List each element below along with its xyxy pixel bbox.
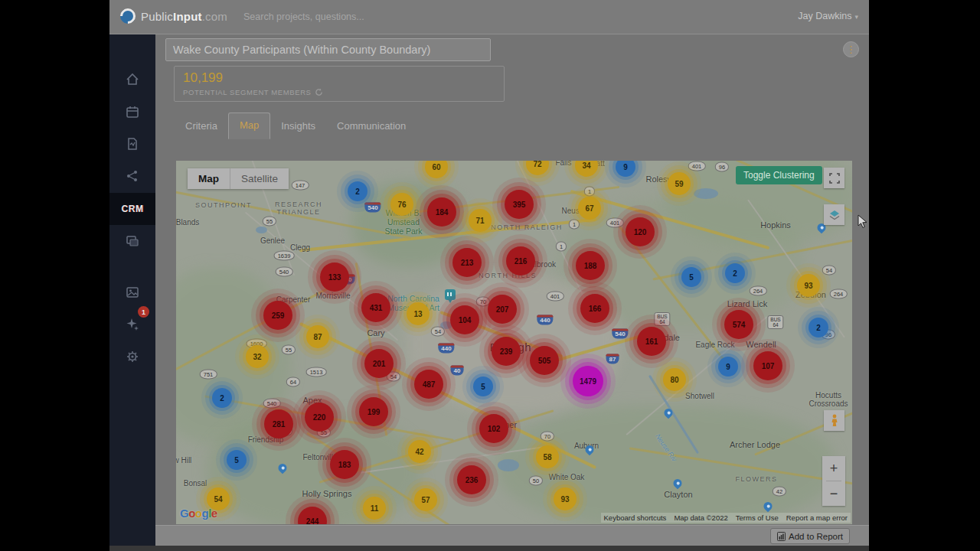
satellite-view-button[interactable]: Satellite [230, 168, 289, 189]
map-cluster[interactable]: 5 [473, 377, 493, 396]
pegman-icon [830, 414, 839, 428]
map-cluster[interactable]: 5 [227, 450, 247, 470]
attribution-terms-of-use[interactable]: Terms of Use [736, 514, 779, 522]
member-count-label: POTENTIAL SEGMENT MEMBERS [183, 88, 323, 96]
map-cluster[interactable]: 431 [361, 293, 390, 322]
map-cluster[interactable]: 505 [530, 346, 559, 375]
app-window: PublicInput.com Jay Dawkins▾ CRM [109, 0, 869, 551]
toggle-clustering-button[interactable]: Toggle Clustering [736, 166, 822, 184]
map-cluster[interactable]: 2 [348, 181, 368, 201]
map-cluster[interactable]: 87 [306, 325, 329, 348]
map-cluster[interactable]: 102 [479, 414, 508, 443]
search-input[interactable] [243, 8, 412, 25]
map-water [498, 459, 519, 471]
map-canvas[interactable]: 1475516395401600557511513645401555454704… [176, 161, 852, 524]
segment-title-input[interactable] [165, 38, 491, 61]
map-cluster[interactable]: 207 [488, 295, 517, 324]
map-cluster[interactable]: 2 [808, 318, 828, 337]
zoom-in-button[interactable]: + [822, 456, 845, 481]
more-options-button[interactable]: ⋮ [843, 41, 859, 57]
google-logo[interactable]: Google [180, 507, 217, 520]
map-cluster[interactable]: 2 [725, 263, 745, 283]
tab-criteria[interactable]: Criteria [175, 114, 228, 139]
route-shield: 147 [292, 181, 309, 191]
sidebar-item-calendar[interactable] [109, 96, 155, 127]
map-cluster[interactable]: 42 [408, 440, 431, 463]
zoom-out-button[interactable]: − [822, 481, 845, 506]
sidebar-item-reports[interactable] [109, 129, 155, 159]
map-cluster[interactable]: 5 [681, 267, 701, 287]
map-cluster[interactable]: 216 [506, 246, 535, 276]
brand-logo-link[interactable]: PublicInput.com [120, 8, 227, 24]
refresh-icon[interactable] [315, 88, 323, 96]
fullscreen-button[interactable] [824, 168, 844, 188]
map-cluster[interactable]: 76 [390, 193, 413, 216]
map-cluster[interactable]: 93 [554, 487, 577, 510]
map-cluster[interactable]: 213 [452, 248, 482, 277]
layers-button[interactable] [824, 204, 844, 225]
map-cluster[interactable]: 32 [246, 345, 269, 368]
map-cluster[interactable]: 9 [616, 161, 635, 177]
map-cluster[interactable]: 166 [580, 294, 609, 323]
map-cluster[interactable]: 281 [264, 409, 293, 439]
map-cluster[interactable]: 188 [576, 251, 605, 280]
map-cluster[interactable]: 201 [364, 349, 394, 378]
map-cluster[interactable]: 574 [724, 310, 753, 339]
map-cluster[interactable]: 93 [797, 274, 820, 297]
map-cluster[interactable]: 9 [718, 357, 738, 377]
user-menu[interactable]: Jay Dawkins▾ [798, 11, 858, 21]
map-label: New Hill [176, 456, 191, 465]
map-cluster[interactable]: 395 [505, 190, 534, 219]
map-cluster[interactable]: 107 [753, 351, 782, 380]
map-cluster[interactable]: 67 [578, 197, 601, 220]
notification-badge: 1 [138, 306, 149, 318]
map-cluster[interactable]: 71 [469, 209, 492, 232]
map-cluster[interactable]: 104 [450, 305, 479, 334]
map-cluster[interactable]: 72 [526, 161, 549, 175]
sidebar-item-crm[interactable]: CRM [109, 193, 155, 225]
map-cluster[interactable]: 120 [626, 217, 655, 246]
sidebar-item-media[interactable] [109, 277, 155, 308]
sidebar-item-notifications[interactable]: 1 [109, 309, 155, 340]
window-bottom-strip [109, 546, 869, 551]
map-cluster[interactable]: 80 [663, 368, 686, 391]
map-cluster[interactable]: 1479 [573, 366, 603, 396]
map-cluster[interactable]: 236 [457, 465, 486, 494]
document-icon [126, 137, 139, 151]
map-cluster[interactable]: 161 [637, 327, 666, 356]
map-cluster[interactable]: 220 [305, 403, 334, 432]
map-cluster[interactable]: 199 [359, 397, 388, 426]
map-cluster[interactable]: 11 [363, 497, 386, 520]
map-cluster[interactable]: 58 [536, 445, 559, 468]
street-view-pegman[interactable] [824, 410, 844, 431]
sidebar-item-settings[interactable] [109, 341, 155, 372]
sidebar-item-share[interactable] [109, 161, 155, 191]
tab-map[interactable]: Map [228, 112, 270, 139]
map-view-button[interactable]: Map [188, 168, 230, 189]
share-nodes-icon [126, 169, 139, 183]
map-cluster[interactable]: 2 [212, 388, 232, 408]
sidebar-item-presentations[interactable] [109, 226, 155, 256]
map-cluster[interactable]: 13 [407, 302, 430, 325]
map-cluster[interactable]: 184 [427, 197, 456, 227]
bottom-action-bar: Add to Report [155, 525, 869, 546]
map-cluster[interactable]: 183 [330, 450, 359, 479]
map-label: Hocutts Crossroads [808, 391, 848, 408]
sidebar-item-home[interactable] [109, 64, 155, 95]
map-cluster[interactable]: 60 [425, 161, 448, 178]
add-to-report-button[interactable]: Add to Report [770, 528, 850, 544]
map-cluster[interactable]: 259 [263, 301, 292, 330]
museum-pin-icon[interactable] [445, 289, 456, 300]
home-icon [126, 73, 139, 86]
tab-insights[interactable]: Insights [270, 114, 326, 139]
map-cluster[interactable]: 34 [575, 161, 598, 177]
map-cluster[interactable]: 133 [320, 262, 349, 292]
tab-communication[interactable]: Communication [326, 114, 416, 139]
map-cluster[interactable]: 487 [414, 370, 443, 399]
attribution-keyboard-shortcuts[interactable]: Keyboard shortcuts [604, 514, 667, 522]
map-cluster[interactable]: 57 [414, 488, 437, 511]
map-cluster[interactable]: 239 [492, 337, 521, 366]
map-cluster[interactable]: 59 [668, 172, 691, 195]
brand-text: PublicInput.com [141, 10, 227, 23]
attribution-report-a-map-error[interactable]: Report a map error [786, 514, 848, 522]
